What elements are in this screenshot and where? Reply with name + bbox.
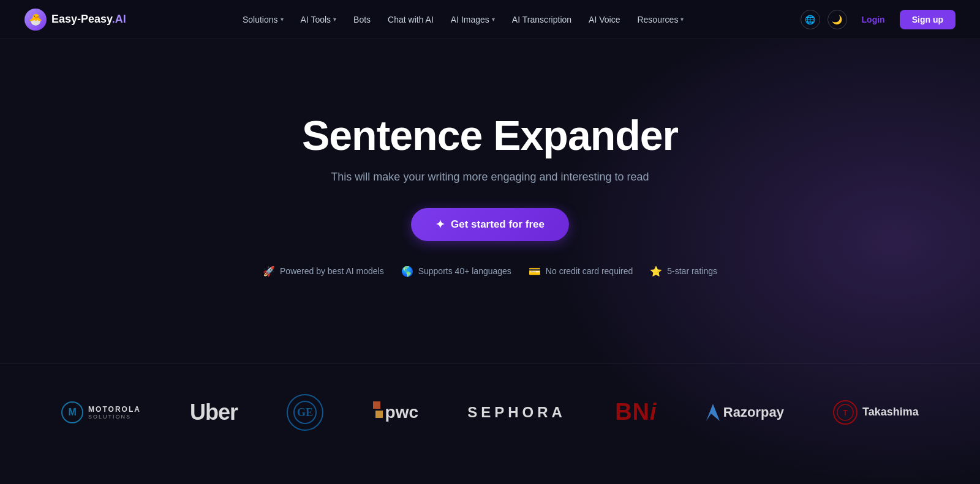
credit-card-icon: 💳 bbox=[529, 266, 541, 277]
logo-razorpay: Razorpay bbox=[706, 404, 784, 421]
hero-badges: 🚀 Powered by best AI models 🌎 Supports 4… bbox=[263, 266, 717, 277]
chevron-down-icon: ▾ bbox=[492, 16, 495, 23]
logo-icon: 🐣 bbox=[24, 9, 47, 31]
svg-text:GE: GE bbox=[297, 406, 313, 419]
badge-languages: 🌎 Supports 40+ languages bbox=[401, 266, 511, 277]
pwc-wordmark: pwc bbox=[385, 404, 418, 421]
sephora-wordmark: SEPHORA bbox=[467, 404, 566, 421]
bni-wordmark: BNi bbox=[615, 399, 657, 425]
logo-motorola: M MOTOROLA SOLUTIONS bbox=[61, 401, 141, 423]
logo-takashima: T Takashima bbox=[833, 400, 919, 425]
motorola-sub: SOLUTIONS bbox=[88, 414, 141, 420]
hero-section: Sentence Expander This will make your wr… bbox=[0, 39, 980, 326]
logo-uber: Uber bbox=[190, 400, 238, 425]
globe-icon-button[interactable]: 🌐 bbox=[801, 10, 820, 29]
razorpay-icon bbox=[706, 404, 720, 421]
get-started-button[interactable]: ✦ Get started for free bbox=[411, 208, 569, 241]
navbar: 🐣 Easy-Peasy.AI Solutions ▾ AI Tools ▾ B… bbox=[0, 0, 980, 39]
motorola-name: MOTOROLA bbox=[88, 405, 141, 414]
nav-link-ai-voice[interactable]: AI Voice bbox=[581, 11, 627, 28]
svg-marker-2 bbox=[706, 404, 720, 421]
logo-bni: BNi bbox=[615, 399, 657, 425]
nav-link-solutions[interactable]: Solutions ▾ bbox=[235, 11, 291, 28]
logo-ge: GE bbox=[287, 394, 323, 431]
badge-ai-models: 🚀 Powered by best AI models bbox=[263, 266, 384, 277]
nav-right: 🌐 🌙 Login Sign up bbox=[801, 10, 956, 29]
uber-wordmark: Uber bbox=[190, 400, 238, 425]
nav-link-ai-images[interactable]: AI Images ▾ bbox=[443, 11, 502, 28]
svg-text:T: T bbox=[843, 409, 848, 417]
logos-section: M MOTOROLA SOLUTIONS Uber GE bbox=[0, 363, 980, 461]
motorola-emblem: M bbox=[61, 401, 83, 423]
logo-sephora: SEPHORA bbox=[467, 404, 566, 421]
nav-link-ai-tools[interactable]: AI Tools ▾ bbox=[293, 11, 344, 28]
nav-link-ai-transcription[interactable]: AI Transcription bbox=[505, 11, 579, 28]
login-button[interactable]: Login bbox=[854, 11, 892, 28]
hero-subtitle: This will make your writing more engagin… bbox=[331, 171, 649, 184]
theme-toggle-button[interactable]: 🌙 bbox=[827, 10, 847, 29]
chevron-down-icon: ▾ bbox=[680, 16, 684, 23]
ge-emblem: GE bbox=[287, 394, 323, 431]
sparkle-icon: ✦ bbox=[435, 218, 445, 231]
chevron-down-icon: ▾ bbox=[281, 16, 284, 23]
rocket-icon: 🚀 bbox=[263, 266, 275, 277]
logo-link[interactable]: 🐣 Easy-Peasy.AI bbox=[24, 9, 126, 31]
logo-text: Easy-Peasy.AI bbox=[51, 13, 126, 26]
globe-icon: 🌎 bbox=[401, 266, 413, 277]
star-icon: ⭐ bbox=[650, 266, 662, 277]
nav-link-chat-with-ai[interactable]: Chat with AI bbox=[380, 11, 441, 28]
takashima-emblem: T bbox=[833, 400, 858, 425]
nav-link-bots[interactable]: Bots bbox=[346, 11, 378, 28]
takashima-wordmark: Takashima bbox=[862, 406, 919, 419]
nav-links: Solutions ▾ AI Tools ▾ Bots Chat with AI… bbox=[235, 11, 691, 28]
hero-title: Sentence Expander bbox=[302, 113, 678, 158]
badge-ratings: ⭐ 5-star ratings bbox=[650, 266, 717, 277]
nav-link-resources[interactable]: Resources ▾ bbox=[630, 11, 691, 28]
badge-no-credit-card: 💳 No credit card required bbox=[529, 266, 633, 277]
chevron-down-icon: ▾ bbox=[333, 16, 336, 23]
razorpay-wordmark: Razorpay bbox=[723, 404, 784, 420]
logo-pwc: pwc bbox=[373, 404, 418, 421]
signup-button[interactable]: Sign up bbox=[900, 10, 956, 29]
